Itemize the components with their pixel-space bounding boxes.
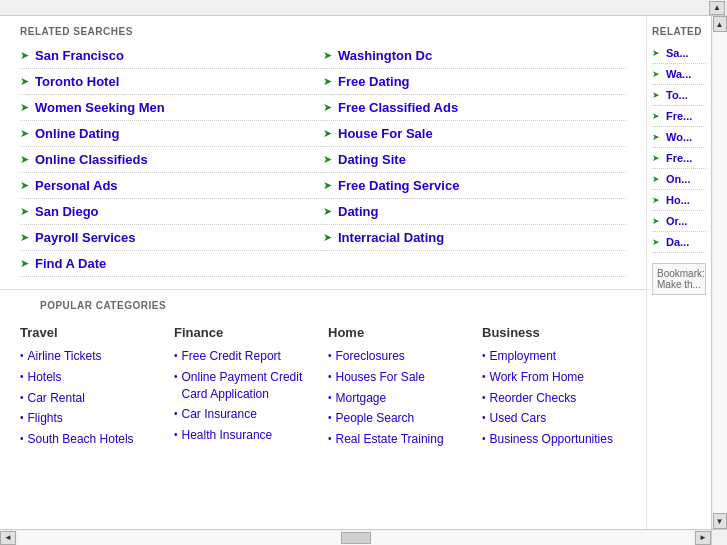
bullet-icon: •	[174, 350, 178, 361]
right-link-to[interactable]: To...	[666, 89, 688, 101]
link-houses-for-sale[interactable]: Houses For Sale	[336, 369, 425, 386]
right-link-on[interactable]: On...	[666, 173, 690, 185]
list-item: • Flights	[20, 408, 164, 429]
search-item-dating-site: ➤ Dating Site	[323, 147, 626, 173]
bullet-icon: •	[174, 408, 178, 419]
right-link-or[interactable]: Or...	[666, 215, 687, 227]
link-reorder-checks[interactable]: Reorder Checks	[490, 390, 577, 407]
bottom-bar: ◄ ►	[0, 529, 727, 545]
arrow-icon: ➤	[20, 127, 29, 140]
link-foreclosures[interactable]: Foreclosures	[336, 348, 405, 365]
link-health-insurance[interactable]: Health Insurance	[182, 427, 273, 444]
scroll-up-btn-v[interactable]: ▲	[713, 16, 727, 32]
search-item-personal-ads: ➤ Personal Ads	[20, 173, 323, 199]
scroll-up-btn[interactable]: ▲	[709, 1, 725, 15]
bullet-icon: •	[328, 412, 332, 423]
arrow-icon: ➤	[652, 195, 660, 205]
search-link-interracial-dating[interactable]: Interracial Dating	[338, 230, 444, 245]
bullet-icon: •	[482, 350, 486, 361]
link-south-beach-hotels[interactable]: South Beach Hotels	[28, 431, 134, 448]
link-employment[interactable]: Employment	[490, 348, 557, 365]
search-link-san-diego[interactable]: San Diego	[35, 204, 99, 219]
right-related-label: RELATED	[652, 26, 706, 37]
search-link-free-classified-ads[interactable]: Free Classified Ads	[338, 100, 458, 115]
arrow-icon: ➤	[652, 48, 660, 58]
list-item: • Mortgage	[328, 388, 472, 409]
list-item: • People Search	[328, 408, 472, 429]
arrow-icon: ➤	[323, 75, 332, 88]
link-people-search[interactable]: People Search	[336, 410, 415, 427]
list-item: • Used Cars	[482, 408, 626, 429]
category-home-list: • Foreclosures • Houses For Sale • Mortg…	[328, 346, 472, 450]
list-item: • Online Payment Credit Card Application	[174, 367, 318, 405]
search-link-personal-ads[interactable]: Personal Ads	[35, 178, 118, 193]
arrow-icon: ➤	[20, 205, 29, 218]
right-link-fre1[interactable]: Fre...	[666, 110, 692, 122]
link-business-opportunities[interactable]: Business Opportunities	[490, 431, 613, 448]
arrow-icon: ➤	[20, 75, 29, 88]
link-work-from-home[interactable]: Work From Home	[490, 369, 584, 386]
search-link-women-seeking-men[interactable]: Women Seeking Men	[35, 100, 165, 115]
bullet-icon: •	[20, 412, 24, 423]
list-item: • Airline Tickets	[20, 346, 164, 367]
search-link-washington-dc[interactable]: Washington Dc	[338, 48, 432, 63]
search-link-san-francisco[interactable]: San Francisco	[35, 48, 124, 63]
list-item: • South Beach Hotels	[20, 429, 164, 450]
right-link-sa[interactable]: Sa...	[666, 47, 689, 59]
search-item-interracial-dating: ➤ Interracial Dating	[323, 225, 626, 251]
search-link-online-classifieds[interactable]: Online Classifieds	[35, 152, 148, 167]
search-item-toronto-hotel: ➤ Toronto Hotel	[20, 69, 323, 95]
link-airline-tickets[interactable]: Airline Tickets	[28, 348, 102, 365]
link-used-cars[interactable]: Used Cars	[490, 410, 547, 427]
search-link-online-dating[interactable]: Online Dating	[35, 126, 120, 141]
link-free-credit-report[interactable]: Free Credit Report	[182, 348, 281, 365]
list-item: • Free Credit Report	[174, 346, 318, 367]
right-search-on: ➤ On...	[652, 169, 706, 190]
list-item: • Foreclosures	[328, 346, 472, 367]
arrow-icon: ➤	[652, 153, 660, 163]
right-link-wo[interactable]: Wo...	[666, 131, 692, 143]
search-link-dating-site[interactable]: Dating Site	[338, 152, 406, 167]
search-link-dating[interactable]: Dating	[338, 204, 378, 219]
search-link-house-for-sale[interactable]: House For Sale	[338, 126, 433, 141]
category-finance-list: • Free Credit Report • Online Payment Cr…	[174, 346, 318, 446]
right-link-ho[interactable]: Ho...	[666, 194, 690, 206]
right-search-to: ➤ To...	[652, 85, 706, 106]
right-link-wa[interactable]: Wa...	[666, 68, 691, 80]
search-item-san-francisco: ➤ San Francisco	[20, 43, 323, 69]
related-searches-label: RELATED SEARCHES	[0, 26, 646, 43]
list-item: • Reorder Checks	[482, 388, 626, 409]
link-car-rental[interactable]: Car Rental	[28, 390, 85, 407]
link-car-insurance[interactable]: Car Insurance	[182, 406, 257, 423]
searches-grid: ➤ San Francisco ➤ Washington Dc ➤ Toront…	[20, 43, 626, 277]
bullet-icon: •	[20, 371, 24, 382]
link-mortgage[interactable]: Mortgage	[336, 390, 387, 407]
search-link-free-dating-service[interactable]: Free Dating Service	[338, 178, 459, 193]
scroll-track-h[interactable]	[18, 531, 693, 545]
right-link-fre2[interactable]: Fre...	[666, 152, 692, 164]
arrow-icon: ➤	[652, 174, 660, 184]
right-link-da[interactable]: Da...	[666, 236, 689, 248]
arrow-icon: ➤	[20, 49, 29, 62]
bottom-scrollbar: ◄ ►	[0, 529, 711, 545]
scroll-track-v[interactable]	[713, 32, 727, 513]
bullet-icon: •	[20, 433, 24, 444]
search-item-washington-dc: ➤ Washington Dc	[323, 43, 626, 69]
link-real-estate-training[interactable]: Real Estate Training	[336, 431, 444, 448]
search-link-find-a-date[interactable]: Find A Date	[35, 256, 106, 271]
scroll-down-btn-v[interactable]: ▼	[713, 513, 727, 529]
main-content: ▲ RELATED SEARCHES ➤ San Francisco ➤	[0, 0, 727, 545]
search-item-online-classifieds: ➤ Online Classifieds	[20, 147, 323, 173]
link-flights[interactable]: Flights	[28, 410, 63, 427]
bullet-icon: •	[328, 371, 332, 382]
search-item-free-dating: ➤ Free Dating	[323, 69, 626, 95]
link-online-payment[interactable]: Online Payment Credit Card Application	[182, 369, 318, 403]
search-link-free-dating[interactable]: Free Dating	[338, 74, 410, 89]
search-item-house-for-sale: ➤ House For Sale	[323, 121, 626, 147]
search-link-toronto-hotel[interactable]: Toronto Hotel	[35, 74, 119, 89]
scroll-right-btn[interactable]: ►	[695, 531, 711, 545]
scroll-left-btn[interactable]: ◄	[0, 531, 16, 545]
bullet-icon: •	[482, 392, 486, 403]
search-link-payroll-services[interactable]: Payroll Services	[35, 230, 135, 245]
link-hotels[interactable]: Hotels	[28, 369, 62, 386]
